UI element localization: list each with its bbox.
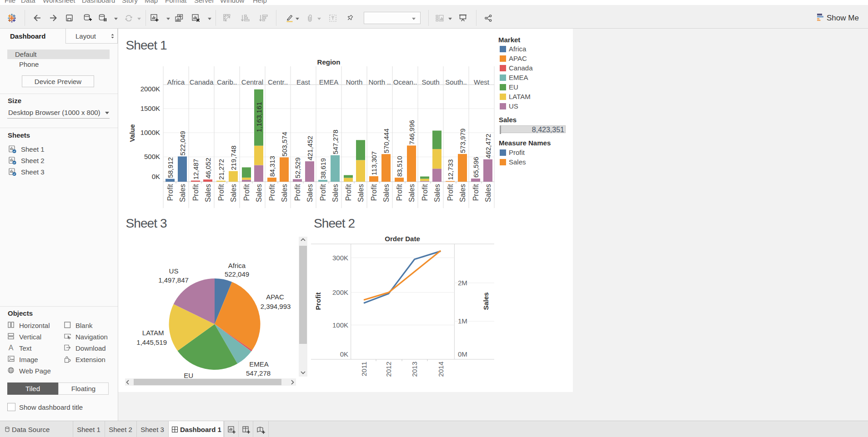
svg-text:Region: Region <box>317 58 341 66</box>
svg-text:Centr..: Centr.. <box>268 78 288 86</box>
svg-text:1,445,519: 1,445,519 <box>136 338 167 346</box>
svg-text:Sales: Sales <box>331 184 339 202</box>
svg-text:52,529: 52,529 <box>294 158 301 179</box>
svg-text:65,596: 65,596 <box>472 157 480 178</box>
svg-text:462,472: 462,472 <box>484 134 492 158</box>
svg-text:Sales: Sales <box>459 184 467 202</box>
svg-text:0K: 0K <box>152 173 160 180</box>
svg-text:Sales: Sales <box>204 184 212 202</box>
svg-text:421,452: 421,452 <box>306 136 314 160</box>
svg-text:Sales: Sales <box>433 184 441 202</box>
svg-text:Sales: Sales <box>382 184 390 202</box>
svg-text:2014: 2014 <box>437 362 445 377</box>
svg-text:Africa: Africa <box>228 262 246 269</box>
svg-text:APAC: APAC <box>266 293 284 301</box>
svg-text:Value: Value <box>128 124 136 142</box>
svg-text:2013: 2013 <box>411 362 418 377</box>
svg-text:2011: 2011 <box>360 362 368 376</box>
svg-text:South..: South.. <box>445 78 467 86</box>
svg-text:46,052: 46,052 <box>204 158 212 179</box>
svg-text:2012: 2012 <box>385 362 392 377</box>
svg-text:58,912: 58,912 <box>166 157 174 178</box>
svg-text:21,272: 21,272 <box>217 159 225 180</box>
svg-text:12,487: 12,487 <box>192 159 200 180</box>
svg-text:12,733: 12,733 <box>447 159 454 180</box>
svg-text:0M: 0M <box>458 350 467 358</box>
svg-text:1500K: 1500K <box>140 104 160 112</box>
svg-text:Sales: Sales <box>408 184 416 202</box>
svg-text:Sales: Sales <box>281 184 288 202</box>
svg-text:Profit: Profit <box>319 184 327 201</box>
svg-text:547,278: 547,278 <box>246 369 271 377</box>
svg-text:Profit: Profit <box>370 184 378 201</box>
svg-text:Sales: Sales <box>482 292 490 310</box>
svg-text:0K: 0K <box>340 350 348 358</box>
svg-text:746,996: 746,996 <box>408 120 416 144</box>
svg-text:Profit: Profit <box>217 184 225 201</box>
svg-text:503,574: 503,574 <box>281 132 288 156</box>
svg-text:North ..: North .. <box>368 78 391 86</box>
svg-text:500K: 500K <box>144 153 160 160</box>
svg-text:Profit: Profit <box>314 292 322 310</box>
svg-text:East: East <box>296 78 311 86</box>
svg-text:83,510: 83,510 <box>396 156 403 177</box>
svg-text:2000K: 2000K <box>140 85 160 93</box>
svg-text:2M: 2M <box>458 279 467 287</box>
svg-text:84,313: 84,313 <box>268 156 276 177</box>
svg-text:Profit: Profit <box>192 184 200 201</box>
svg-text:Profit: Profit <box>243 184 251 201</box>
svg-text:EMEA: EMEA <box>319 78 339 86</box>
svg-text:Profit: Profit <box>472 184 480 201</box>
svg-text:Canada: Canada <box>190 78 214 86</box>
svg-text:US: US <box>169 267 179 275</box>
svg-text:Carib..: Carib.. <box>217 78 237 86</box>
svg-text:Profit: Profit <box>447 184 454 201</box>
svg-text:100K: 100K <box>332 321 348 329</box>
svg-text:Profit: Profit <box>396 184 403 201</box>
svg-text:Sales: Sales <box>484 184 492 202</box>
svg-text:1000K: 1000K <box>140 129 160 136</box>
svg-text:Sales: Sales <box>179 184 186 202</box>
svg-text:South: South <box>421 78 439 86</box>
svg-text:522,049: 522,049 <box>179 131 186 155</box>
svg-text:200K: 200K <box>332 288 348 296</box>
svg-text:Sales: Sales <box>255 184 263 202</box>
svg-text:North: North <box>346 78 363 86</box>
svg-text:Central: Central <box>241 78 263 86</box>
svg-text:547,278: 547,278 <box>331 129 339 154</box>
svg-text:Profit: Profit <box>421 184 429 201</box>
svg-text:522,049: 522,049 <box>225 270 249 278</box>
svg-text:Africa: Africa <box>167 78 185 86</box>
svg-text:1M: 1M <box>458 317 467 325</box>
svg-text:573,979: 573,979 <box>459 129 467 153</box>
svg-text:113,307: 113,307 <box>370 151 378 175</box>
svg-text:Profit: Profit <box>345 184 352 201</box>
svg-text:2,394,993: 2,394,993 <box>261 303 291 310</box>
svg-text:1,163,161: 1,163,161 <box>255 102 263 132</box>
svg-text:Sales: Sales <box>306 184 314 202</box>
svg-text:EMEA: EMEA <box>249 360 269 368</box>
svg-text:Sales: Sales <box>230 184 237 202</box>
svg-text:Profit: Profit <box>166 184 174 201</box>
svg-text:Sales: Sales <box>357 184 365 202</box>
svg-text:219,748: 219,748 <box>230 145 237 170</box>
svg-text:Order Date: Order Date <box>385 235 420 243</box>
svg-text:West: West <box>474 78 490 86</box>
svg-text:Ocean..: Ocean.. <box>393 78 417 86</box>
svg-text:570,444: 570,444 <box>382 129 390 153</box>
svg-text:Profit: Profit <box>268 184 276 201</box>
svg-text:A: A <box>9 344 14 351</box>
svg-text:Profit: Profit <box>294 184 301 201</box>
svg-text:1,497,847: 1,497,847 <box>158 276 189 284</box>
svg-text:300K: 300K <box>332 254 348 262</box>
svg-text:LATAM: LATAM <box>142 329 164 337</box>
svg-text:38,619: 38,619 <box>319 158 327 179</box>
